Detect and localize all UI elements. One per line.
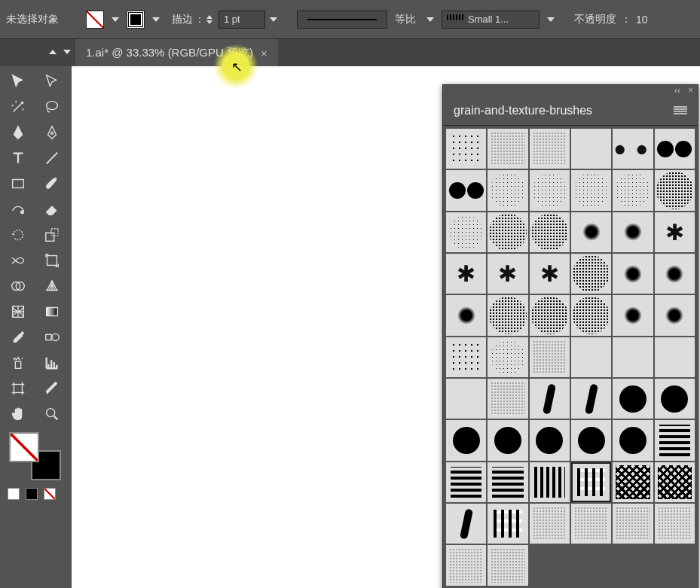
slice-tool[interactable] xyxy=(37,376,67,401)
brush-swatch[interactable] xyxy=(530,295,570,335)
eraser-tool[interactable] xyxy=(37,197,67,221)
brush-swatch[interactable] xyxy=(613,212,653,252)
brush-swatch[interactable] xyxy=(530,337,570,377)
brush-swatch[interactable] xyxy=(530,504,570,544)
rotate-tool[interactable] xyxy=(3,223,33,247)
brush-swatch[interactable] xyxy=(571,295,611,335)
brush-swatch[interactable] xyxy=(655,337,695,377)
stroke-weight-input[interactable] xyxy=(219,11,265,29)
brush-swatch[interactable] xyxy=(655,420,695,460)
stroke-profile-preview[interactable] xyxy=(297,11,387,29)
brush-swatch[interactable] xyxy=(446,295,486,335)
magic-wand-tool[interactable] xyxy=(3,95,33,119)
stroke-weight-dropdown[interactable] xyxy=(267,11,280,29)
symbol-sprayer-tool[interactable] xyxy=(3,351,33,375)
stroke-stepper[interactable] xyxy=(206,11,217,29)
pen-tool[interactable] xyxy=(3,120,33,145)
panel-close-icon[interactable]: × xyxy=(688,85,693,96)
brush-swatch[interactable] xyxy=(446,337,486,377)
brush-swatch[interactable] xyxy=(571,170,611,210)
paintbrush-tool[interactable] xyxy=(37,172,67,196)
brush-swatch[interactable] xyxy=(488,379,527,419)
brush-swatch[interactable] xyxy=(613,170,653,210)
brush-swatch[interactable] xyxy=(571,254,611,294)
fill-stroke-indicator[interactable] xyxy=(3,432,69,485)
brush-swatch[interactable] xyxy=(530,420,570,460)
close-tab-icon[interactable]: × xyxy=(261,47,267,59)
brush-definition[interactable]: Small 1... xyxy=(442,11,540,29)
type-tool[interactable] xyxy=(3,146,33,170)
brush-swatch[interactable] xyxy=(655,379,695,419)
brush-swatch[interactable] xyxy=(446,462,486,502)
tools-panel-toggle[interactable] xyxy=(0,39,75,66)
stroke-swatch[interactable] xyxy=(127,11,145,29)
brush-swatch[interactable] xyxy=(488,504,527,544)
rectangle-tool[interactable] xyxy=(3,172,33,196)
brush-swatch[interactable] xyxy=(488,254,527,294)
shape-builder-tool[interactable] xyxy=(3,274,33,298)
brush-swatch[interactable] xyxy=(613,295,653,335)
brush-swatch[interactable] xyxy=(613,420,653,460)
hand-tool[interactable] xyxy=(3,402,33,426)
selection-tool[interactable] xyxy=(3,69,33,93)
brush-swatch[interactable] xyxy=(446,129,486,169)
width-tool[interactable] xyxy=(3,248,33,273)
brush-swatch[interactable] xyxy=(655,170,695,210)
brush-swatch[interactable] xyxy=(571,462,611,502)
brush-swatch[interactable] xyxy=(613,379,653,419)
brush-swatch[interactable] xyxy=(488,212,527,252)
line-segment-tool[interactable] xyxy=(37,146,67,170)
brush-swatch[interactable] xyxy=(613,254,653,294)
panel-collapse-icon[interactable]: ‹‹ xyxy=(674,85,680,96)
brush-swatch[interactable] xyxy=(571,420,611,460)
brush-swatch[interactable] xyxy=(488,295,527,335)
brush-swatch[interactable] xyxy=(571,379,611,419)
brush-swatch[interactable] xyxy=(530,170,570,210)
brush-swatch[interactable] xyxy=(446,545,486,585)
free-transform-tool[interactable] xyxy=(37,248,67,273)
brush-swatch[interactable] xyxy=(446,254,486,294)
brush-swatch[interactable] xyxy=(446,504,486,544)
curvature-tool[interactable] xyxy=(37,120,67,145)
brush-swatch[interactable] xyxy=(488,545,527,585)
fill-color-box[interactable] xyxy=(9,432,39,462)
column-graph-tool[interactable] xyxy=(37,351,67,375)
brush-swatch[interactable] xyxy=(488,420,527,460)
brush-swatch[interactable] xyxy=(446,379,486,419)
panel-menu-icon[interactable] xyxy=(674,106,687,115)
artboard-tool[interactable] xyxy=(3,376,33,401)
brush-swatch[interactable] xyxy=(655,212,695,252)
color-mode-solid[interactable] xyxy=(8,488,20,500)
brush-swatch[interactable] xyxy=(530,462,570,502)
brush-swatch[interactable] xyxy=(488,462,527,502)
brush-swatch[interactable] xyxy=(655,295,695,335)
gradient-tool[interactable] xyxy=(37,300,67,324)
brush-swatch[interactable] xyxy=(488,170,527,210)
brush-swatch[interactable] xyxy=(446,170,486,210)
brush-swatch[interactable] xyxy=(530,379,570,419)
fill-dropdown[interactable] xyxy=(109,11,122,29)
blend-tool[interactable] xyxy=(37,325,67,349)
brush-swatch[interactable] xyxy=(530,129,570,169)
brush-swatch[interactable] xyxy=(613,504,653,544)
profile-dropdown[interactable] xyxy=(423,11,437,29)
brush-swatch[interactable] xyxy=(530,254,570,294)
brush-swatch[interactable] xyxy=(530,212,570,252)
brush-swatch[interactable] xyxy=(571,337,611,377)
color-mode-gradient[interactable] xyxy=(26,488,38,500)
stroke-dropdown[interactable] xyxy=(149,11,163,29)
color-mode-none[interactable] xyxy=(44,488,56,500)
brush-swatch[interactable] xyxy=(613,129,653,169)
brush-swatch[interactable] xyxy=(488,337,527,377)
fill-swatch[interactable] xyxy=(86,11,104,29)
lasso-tool[interactable] xyxy=(37,95,67,119)
brush-swatch[interactable] xyxy=(571,504,611,544)
brush-swatch[interactable] xyxy=(655,462,695,502)
brush-swatch[interactable] xyxy=(446,420,486,460)
brush-swatch[interactable] xyxy=(488,129,527,169)
brush-swatch[interactable] xyxy=(655,504,695,544)
brush-swatch[interactable] xyxy=(571,212,611,252)
brush-swatch[interactable] xyxy=(655,129,695,169)
brush-dropdown[interactable] xyxy=(544,11,558,29)
eyedropper-tool[interactable] xyxy=(3,325,33,349)
